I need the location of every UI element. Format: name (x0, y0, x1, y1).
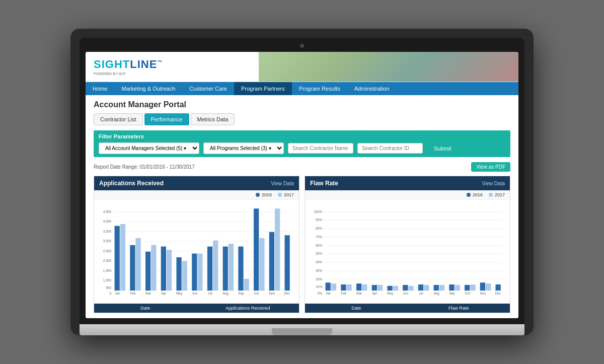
svg-text:Sep: Sep (449, 292, 455, 296)
svg-rect-32 (213, 241, 218, 291)
svg-rect-85 (387, 286, 392, 290)
logo-area: SIGHTLINE™ POWERED BY NCF (86, 52, 171, 82)
svg-rect-82 (362, 284, 367, 290)
svg-text:Jul: Jul (419, 292, 423, 296)
svg-rect-30 (197, 254, 202, 291)
nav-program-results[interactable]: Program Results (292, 82, 347, 95)
svg-text:50%: 50% (316, 252, 322, 255)
svg-rect-77 (326, 282, 331, 290)
flaw-rate-legend-2016-label: 2016 (473, 192, 483, 197)
svg-text:May: May (176, 292, 183, 296)
svg-text:Mar: Mar (356, 292, 362, 296)
svg-rect-99 (496, 284, 501, 290)
svg-text:Jun: Jun (403, 292, 409, 296)
svg-rect-78 (331, 283, 336, 290)
svg-text:Aug: Aug (433, 292, 439, 296)
svg-rect-35 (238, 247, 243, 291)
contractor-name-input[interactable] (288, 143, 353, 154)
applications-legend-2016-dot (256, 193, 260, 197)
svg-text:10%: 10% (316, 285, 322, 288)
svg-rect-31 (207, 247, 212, 291)
screen: SIGHTLINE™ POWERED BY NCF Home Marketing… (86, 52, 518, 318)
applications-chart-legend: 2016 2017 (94, 190, 299, 200)
svg-rect-97 (480, 282, 485, 290)
svg-rect-25 (161, 247, 166, 291)
flaw-rate-chart-header: Flaw Rate View Data (305, 176, 510, 190)
nav-customer-care[interactable]: Customer Care (182, 82, 234, 95)
svg-text:Jan: Jan (115, 292, 120, 296)
applications-chart-footer: Date Applications Received (94, 304, 299, 313)
svg-rect-33 (223, 247, 228, 291)
laptop-notch (272, 328, 332, 335)
svg-rect-91 (434, 285, 439, 290)
svg-text:2,500: 2,500 (103, 249, 112, 253)
svg-rect-80 (346, 284, 351, 290)
svg-text:4,500: 4,500 (103, 210, 112, 213)
svg-rect-24 (151, 245, 156, 290)
flaw-rate-legend-2016-dot (467, 193, 471, 197)
tab-bar: Contractor List Performance Metrics Data (94, 113, 510, 125)
flaw-rate-view-data-link[interactable]: View Data (482, 181, 505, 186)
applications-chart-header: Applications Received View Data (94, 176, 299, 190)
applications-view-data-link[interactable]: View Data (271, 181, 294, 186)
filter-title: Filter Parameters (99, 133, 505, 139)
svg-rect-79 (341, 284, 346, 290)
svg-rect-84 (378, 285, 383, 290)
svg-text:Nov: Nov (269, 292, 275, 296)
nav-program-partners[interactable]: Program Partners (234, 82, 292, 95)
svg-rect-96 (470, 284, 475, 290)
screen-bezel: SIGHTLINE™ POWERED BY NCF Home Marketing… (80, 38, 524, 324)
applications-chart-svg: 4,500 4,000 3,500 3,000 2,500 2,000 1,50… (98, 203, 295, 299)
view-as-pdf-button[interactable]: View as PDF (471, 162, 510, 172)
svg-text:Oct: Oct (465, 292, 470, 296)
svg-rect-22 (135, 238, 140, 290)
filter-controls: All Account Managers Selected (5) ▾ All … (99, 142, 505, 154)
svg-text:3,500: 3,500 (103, 230, 112, 233)
report-date-range: Report Date Range: 01/01/2016 - 11/30/20… (94, 164, 195, 170)
nav-home[interactable]: Home (86, 82, 114, 95)
svg-text:Oct: Oct (254, 292, 259, 296)
svg-text:Dec: Dec (495, 292, 501, 296)
flaw-rate-legend-2016: 2016 (467, 192, 483, 197)
svg-text:80%: 80% (316, 227, 322, 230)
svg-rect-81 (356, 283, 361, 290)
flaw-rate-chart-svg: 100% 90% 80% 70% 60% 50% 40% 30% 20% 10% (309, 203, 506, 299)
svg-text:Jun: Jun (192, 292, 198, 296)
nav-administration[interactable]: Administration (347, 82, 397, 95)
applications-legend-2017-label: 2017 (284, 192, 294, 197)
tab-metrics-data[interactable]: Metrics Data (191, 113, 235, 125)
submit-button[interactable]: Submit (427, 143, 458, 154)
laptop-frame: SIGHTLINE™ POWERED BY NCF Home Marketing… (70, 29, 534, 335)
svg-text:60%: 60% (316, 244, 322, 247)
applications-legend-2016: 2016 (256, 192, 272, 197)
programs-select[interactable]: All Programs Selected (3) ▾ (203, 142, 284, 154)
contractor-id-input[interactable] (357, 143, 423, 154)
flaw-rate-chart-title: Flaw Rate (310, 180, 338, 187)
svg-rect-40 (275, 208, 280, 290)
svg-text:500: 500 (106, 286, 111, 289)
svg-rect-90 (424, 285, 429, 290)
svg-rect-23 (145, 252, 150, 290)
applications-chart-title: Applications Received (99, 180, 164, 187)
tab-contractor-list[interactable]: Contractor List (94, 113, 143, 125)
svg-rect-87 (403, 285, 408, 290)
flaw-rate-footer-date: Date (305, 304, 408, 313)
page-title: Account Manager Portal (94, 100, 510, 109)
tab-performance[interactable]: Performance (144, 113, 189, 125)
svg-text:0: 0 (109, 292, 111, 295)
svg-rect-89 (418, 284, 423, 290)
account-managers-select[interactable]: All Account Managers Selected (5) ▾ (99, 142, 199, 154)
svg-text:Aug: Aug (222, 292, 229, 296)
svg-rect-39 (269, 232, 274, 290)
flaw-rate-legend-2017-dot (489, 193, 493, 197)
laptop-base (80, 324, 524, 335)
svg-text:100%: 100% (314, 210, 322, 213)
applications-legend-2017: 2017 (278, 192, 294, 197)
nav-marketing[interactable]: Marketing & Outreach (114, 82, 182, 95)
svg-text:20%: 20% (316, 277, 322, 281)
filter-section: Filter Parameters All Account Managers S… (94, 130, 510, 157)
svg-rect-21 (130, 245, 135, 290)
svg-text:0%: 0% (318, 292, 323, 295)
svg-rect-93 (449, 284, 454, 290)
svg-rect-26 (167, 250, 172, 290)
